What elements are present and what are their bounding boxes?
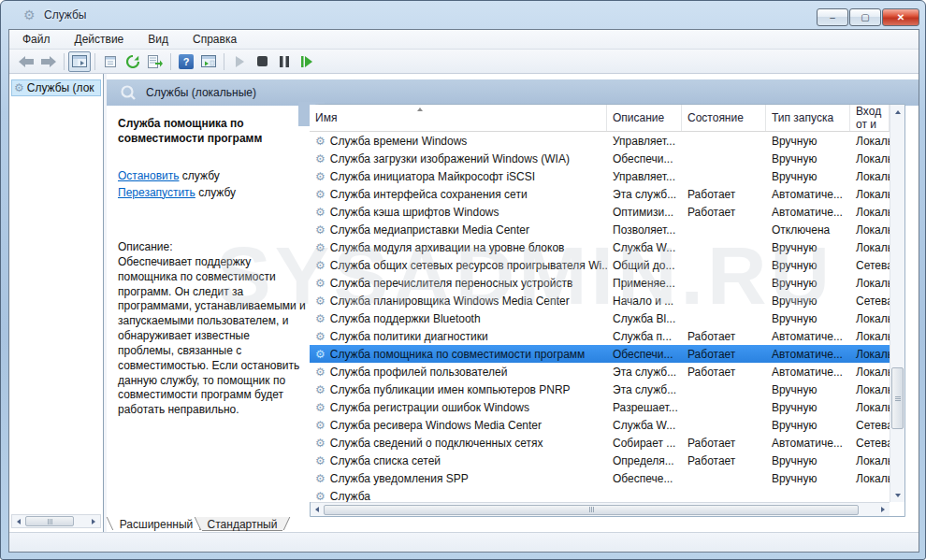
tab-standard[interactable]: Стандартный xyxy=(202,517,282,531)
selected-service-title: Служба помощника по совместимости програ… xyxy=(118,117,307,146)
show-action-pane-button[interactable] xyxy=(197,51,220,72)
service-logon-cell: Локальна xyxy=(850,348,890,361)
scrollbar-thumb[interactable] xyxy=(324,505,859,515)
table-row[interactable]: ⚙Служба перечислителя переносных устройс… xyxy=(310,274,890,292)
service-name: Служба регистрации ошибок Windows xyxy=(330,401,529,414)
close-button[interactable]: ✕ xyxy=(882,8,919,26)
table-row[interactable]: ⚙Служба политики диагностикиСлужба п...Р… xyxy=(310,327,890,345)
table-row[interactable]: ⚙Служба общих сетевых ресурсов проигрыва… xyxy=(310,256,890,274)
back-button[interactable] xyxy=(15,51,37,72)
service-logon-cell: Локальна xyxy=(850,206,890,219)
stop-service-link[interactable]: Остановить xyxy=(118,169,180,182)
table-row[interactable]: ⚙Служба xyxy=(310,487,890,502)
tree-horizontal-scrollbar[interactable] xyxy=(11,514,101,528)
table-row[interactable]: ⚙Служба инициатора Майкрософт iSCSIУправ… xyxy=(310,167,890,185)
scroll-left-icon[interactable] xyxy=(12,515,25,527)
service-gear-icon: ⚙ xyxy=(315,437,326,450)
forward-button[interactable] xyxy=(37,51,60,72)
stop-service-button[interactable] xyxy=(251,51,273,72)
scroll-left-icon[interactable] xyxy=(311,504,324,516)
list-vertical-scrollbar[interactable] xyxy=(890,105,904,502)
menu-file[interactable]: Файл xyxy=(19,31,54,48)
table-row[interactable]: ⚙Служба уведомления SPPОбеспече...Вручну… xyxy=(310,469,890,487)
minimize-button[interactable]: – xyxy=(817,8,848,26)
menu-view[interactable]: Вид xyxy=(144,31,172,48)
tab-extended[interactable]: Расширенный xyxy=(114,517,198,531)
scroll-right-icon[interactable] xyxy=(87,515,100,527)
table-row[interactable]: ⚙Служба кэша шрифтов WindowsОптимизи...Р… xyxy=(310,203,890,221)
service-name: Служба списка сетей xyxy=(330,454,441,467)
table-row[interactable]: ⚙Служба времени WindowsУправляет...Вручн… xyxy=(310,132,890,150)
toolbar-separator xyxy=(94,53,95,70)
service-description-cell: Эта служб... xyxy=(607,366,682,379)
service-startup-type-cell: Вручную xyxy=(766,170,850,183)
service-startup-type-cell: Вручную xyxy=(766,259,850,272)
pause-service-button[interactable] xyxy=(273,51,296,72)
service-gear-icon: ⚙ xyxy=(315,135,326,148)
column-header[interactable]: Описание xyxy=(607,105,682,131)
service-description-cell: Служба W... xyxy=(607,419,682,432)
help-button[interactable]: ? xyxy=(175,51,197,72)
table-row[interactable]: ⚙Служба медиаприставки Media CenterПозво… xyxy=(310,221,890,238)
service-description-cell: Начало и ... xyxy=(607,294,682,308)
service-logon-cell: Сетевая с xyxy=(850,294,890,308)
scrollbar-thumb[interactable] xyxy=(891,367,904,429)
table-row[interactable]: ⚙Служба помощника по совместимости прогр… xyxy=(310,345,890,363)
table-row[interactable]: ⚙Служба публикации имен компьютеров PNRP… xyxy=(310,381,890,398)
show-console-tree-button[interactable] xyxy=(68,51,91,72)
service-description-cell: Обеспече... xyxy=(607,472,682,485)
table-row[interactable]: ⚙Служба профилей пользователейЭта служб.… xyxy=(310,363,890,381)
show-action-pane-icon xyxy=(201,55,216,67)
table-row[interactable]: ⚙Служба загрузки изображений Windows (WI… xyxy=(310,150,890,167)
properties-button[interactable] xyxy=(99,51,122,72)
table-row[interactable]: ⚙Служба ресивера Windows Media CenterСлу… xyxy=(310,416,890,434)
table-row[interactable]: ⚙Служба сведений о подключенных сетяхСоб… xyxy=(310,434,890,452)
restart-service-button[interactable] xyxy=(296,51,318,72)
titlebar[interactable]: ⚙ Службы – ▢ ✕ xyxy=(1,1,925,29)
tree-item-services-local[interactable]: ⚙ Службы (лок xyxy=(11,79,101,96)
export-list-button[interactable] xyxy=(144,51,166,72)
scroll-up-icon[interactable] xyxy=(891,105,904,119)
service-description-cell: Эта служб... xyxy=(607,188,682,201)
help-icon: ? xyxy=(179,54,194,69)
service-name: Служба модуля архивации на уровне блоков xyxy=(330,241,565,254)
start-service-button[interactable] xyxy=(228,51,251,72)
column-header[interactable]: Вход от и xyxy=(850,105,890,131)
service-gear-icon: ⚙ xyxy=(315,383,326,396)
service-gear-icon: ⚙ xyxy=(315,348,326,361)
service-startup-type-cell: Вручную xyxy=(766,454,850,467)
column-header[interactable]: Тип запуска xyxy=(766,105,850,131)
table-row[interactable]: ⚙Служба списка сетейОпределя...РаботаетВ… xyxy=(310,452,890,469)
service-startup-type-cell: Автоматиче... xyxy=(766,188,850,201)
service-name: Служба планировщика Windows Media Center xyxy=(330,294,570,308)
service-logon-cell: Локальна xyxy=(850,188,890,201)
service-description-cell: Общий до... xyxy=(607,259,682,272)
service-status-cell: Работает xyxy=(682,330,766,343)
menu-action[interactable]: Действие xyxy=(71,31,128,48)
service-logon-cell: Локальна xyxy=(850,223,890,237)
table-row[interactable]: ⚙Служба планировщика Windows Media Cente… xyxy=(310,292,890,309)
scrollbar-thumb[interactable] xyxy=(25,516,74,526)
refresh-button[interactable] xyxy=(122,51,144,72)
scroll-down-icon[interactable] xyxy=(891,488,904,502)
table-row[interactable]: ⚙Служба поддержки BluetoothСлужба Bl...В… xyxy=(310,309,890,327)
restart-service-link[interactable]: Перезапустить xyxy=(118,186,195,199)
scroll-right-icon[interactable] xyxy=(876,504,890,516)
restore-button[interactable]: ▢ xyxy=(849,8,881,26)
service-status-cell: Работает xyxy=(682,454,766,467)
service-logon-cell: Локальна xyxy=(850,312,890,325)
service-name: Служба ресивера Windows Media Center xyxy=(330,419,542,432)
column-header[interactable]: Имя xyxy=(310,105,607,131)
column-header[interactable]: Состояние xyxy=(682,105,766,131)
properties-icon xyxy=(104,55,117,68)
show-tree-icon xyxy=(72,55,87,67)
service-gear-icon: ⚙ xyxy=(315,277,326,290)
list-horizontal-scrollbar[interactable] xyxy=(311,502,890,516)
services-gear-icon: ⚙ xyxy=(23,7,40,24)
table-row[interactable]: ⚙Служба интерфейса сохранения сетиЭта сл… xyxy=(310,185,890,203)
banner-title: Службы (локальные) xyxy=(146,86,256,99)
menu-help[interactable]: Справка xyxy=(189,31,240,48)
table-row[interactable]: ⚙Служба модуля архивации на уровне блоко… xyxy=(310,238,890,256)
table-row[interactable]: ⚙Служба регистрации ошибок WindowsРазреш… xyxy=(310,398,890,416)
service-gear-icon: ⚙ xyxy=(315,188,326,201)
